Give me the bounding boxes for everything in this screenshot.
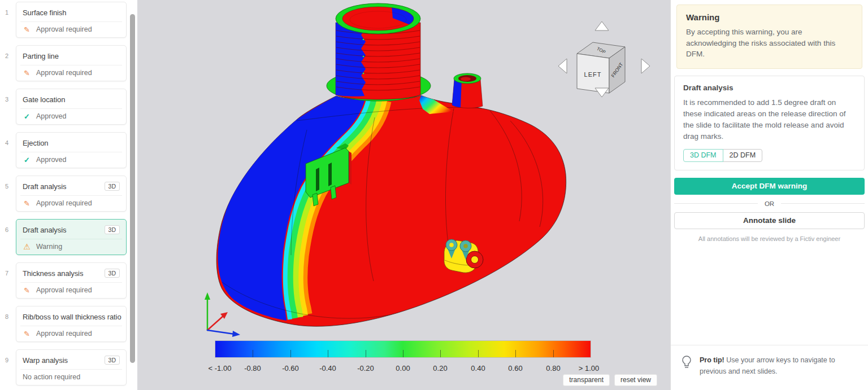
slide-row: 7 Thickness analysis3D ✎Approval require…: [0, 262, 137, 299]
colorbar-tick: [553, 350, 554, 357]
status-text: Approval required: [36, 286, 92, 294]
rotate-left-arrow[interactable]: [558, 59, 567, 73]
sidebar-item-draft-analysis-1[interactable]: Draft analysis3D ✎Approval required: [16, 176, 127, 212]
badge-3d: 3D: [105, 225, 120, 234]
slide-row: 2 Parting line ✎Approval required: [0, 45, 137, 81]
sidebar-item-rib-boss-ratio[interactable]: Rib/boss to wall thickness ratio ✎Approv…: [16, 306, 127, 342]
draft-analysis-3d-model[interactable]: LEFT FRONT TOP: [137, 0, 670, 390]
accept-dfm-warning-button[interactable]: Accept DFM warning: [674, 178, 865, 195]
colorbar-label: > 1.00: [569, 364, 609, 373]
warning-icon: ⚠: [23, 243, 31, 251]
card-title: Warp analysis: [23, 356, 68, 365]
card-title: Thickness analysis: [23, 269, 83, 278]
sidebar-item-draft-analysis-2-selected[interactable]: Draft analysis3D ⚠Warning: [16, 219, 127, 255]
slide-number: 6: [0, 219, 16, 255]
card-title: Parting line: [23, 52, 59, 60]
or-separator: OR: [765, 200, 774, 207]
sidebar-item-ejection[interactable]: Ejection ✓Approved: [16, 132, 127, 168]
badge-3d: 3D: [105, 182, 120, 191]
status-text: Warning: [36, 243, 62, 251]
draft-analysis-body: It is recommended to add 1.5 degree draf…: [683, 97, 856, 143]
warning-title: Warning: [686, 12, 853, 22]
check-icon: ✓: [23, 113, 31, 120]
pro-tip: Pro tip! Use your arrow keys to navigate…: [671, 345, 868, 390]
slide-row: 6 Draft analysis3D ⚠Warning: [0, 219, 137, 255]
edit-icon: ✎: [23, 26, 31, 33]
draft-colorbar: [215, 341, 591, 357]
colorbar-tick: [328, 350, 328, 357]
card-title: Gate location: [23, 95, 65, 104]
annotate-slide-button[interactable]: Annotate slide: [674, 212, 865, 229]
reset-view-button[interactable]: reset view: [614, 374, 657, 386]
colorbar-tick: [515, 350, 516, 357]
sidebar-item-surface-finish[interactable]: Surface finish ✎Approval required: [16, 2, 127, 38]
colorbar-tick: [366, 350, 366, 357]
toggle-2d-dfm[interactable]: 2D DFM: [723, 149, 763, 162]
toggle-3d-dfm[interactable]: 3D DFM: [683, 149, 723, 162]
view-cube-front-label: LEFT: [584, 71, 602, 78]
colorbar-label: 0.80: [533, 364, 573, 373]
slide-number: 5: [0, 176, 16, 212]
slide-row: 9 Warp analysis3D No action required: [0, 349, 137, 385]
status-text: Approved: [36, 156, 67, 164]
check-icon: ✓: [23, 156, 31, 164]
dfm-view-toggle: 3D DFM 2D DFM: [683, 149, 856, 162]
slide-row: 1 Surface finish ✎Approval required: [0, 2, 137, 38]
warning-body: By accepting this warning, you are ackno…: [686, 27, 853, 60]
rotate-right-arrow[interactable]: [641, 59, 650, 73]
sidebar-item-parting-line[interactable]: Parting line ✎Approval required: [16, 45, 127, 81]
colorbar-label: 0.00: [383, 364, 423, 373]
model-side-port: [452, 73, 483, 108]
slide-row: 8 Rib/boss to wall thickness ratio ✎Appr…: [0, 306, 137, 342]
draft-analysis-title: Draft analysis: [683, 84, 856, 92]
sidebar-scrollbar[interactable]: [130, 14, 135, 363]
colorbar-label: 0.60: [496, 364, 535, 373]
slide-number: 1: [0, 2, 16, 38]
slide-row: 3 Gate location ✓Approved: [0, 89, 137, 125]
slide-number: 9: [0, 349, 16, 385]
colorbar-label: 0.20: [420, 364, 460, 373]
sidebar-item-gate-location[interactable]: Gate location ✓Approved: [16, 89, 127, 125]
pro-tip-lead: Pro tip!: [700, 356, 724, 364]
badge-3d: 3D: [105, 269, 120, 278]
view-cube[interactable]: LEFT FRONT TOP: [577, 42, 625, 93]
slide-number: 3: [0, 89, 16, 125]
status-text: Approval required: [36, 330, 92, 338]
edit-icon: ✎: [23, 200, 31, 207]
status-text: Approval required: [36, 25, 92, 33]
model-threaded-neck: [336, 3, 420, 99]
slide-number: 2: [0, 45, 16, 81]
status-text: No action required: [23, 373, 80, 381]
status-text: Approved: [36, 112, 67, 120]
colorbar-label: 0.40: [458, 364, 498, 373]
model-viewport[interactable]: LEFT FRONT TOP < -1.00 -0.80 -0: [137, 0, 670, 390]
lightbulb-icon: [681, 355, 692, 372]
edit-icon: ✎: [23, 330, 31, 338]
card-title: Draft analysis: [23, 226, 66, 234]
colorbar-tick: [478, 350, 479, 357]
transparent-button[interactable]: transparent: [563, 374, 610, 386]
colorbar-label: -0.60: [271, 364, 310, 373]
edit-icon: ✎: [23, 69, 31, 77]
rotate-up-arrow[interactable]: [595, 21, 609, 30]
edit-icon: ✎: [23, 287, 31, 294]
status-text: Approval required: [36, 199, 92, 207]
slides-sidebar: 1 Surface finish ✎Approval required 2 Pa…: [0, 0, 137, 390]
warning-box: Warning By accepting this warning, you a…: [676, 5, 862, 69]
slide-number: 8: [0, 306, 16, 342]
card-title: Draft analysis: [23, 182, 66, 191]
colorbar-tick: [403, 350, 403, 357]
slide-row: 5 Draft analysis3D ✎Approval required: [0, 176, 137, 212]
dfm-action-panel: Warning By accepting this warning, you a…: [670, 0, 868, 390]
colorbar-label: -0.80: [233, 364, 272, 373]
card-title: Rib/boss to wall thickness ratio: [23, 313, 121, 321]
slide-number: 7: [0, 262, 16, 299]
model-body: [216, 93, 566, 326]
card-title: Ejection: [23, 139, 48, 147]
sidebar-item-thickness-analysis[interactable]: Thickness analysis3D ✎Approval required: [16, 262, 127, 299]
dfm-review-app: 1 Surface finish ✎Approval required 2 Pa…: [0, 0, 868, 390]
status-text: Approval required: [36, 69, 92, 77]
colorbar-label: -0.20: [346, 364, 385, 373]
annotations-note: All annotations will be reviewed by a Fi…: [671, 235, 868, 242]
sidebar-item-warp-analysis[interactable]: Warp analysis3D No action required: [16, 349, 127, 385]
